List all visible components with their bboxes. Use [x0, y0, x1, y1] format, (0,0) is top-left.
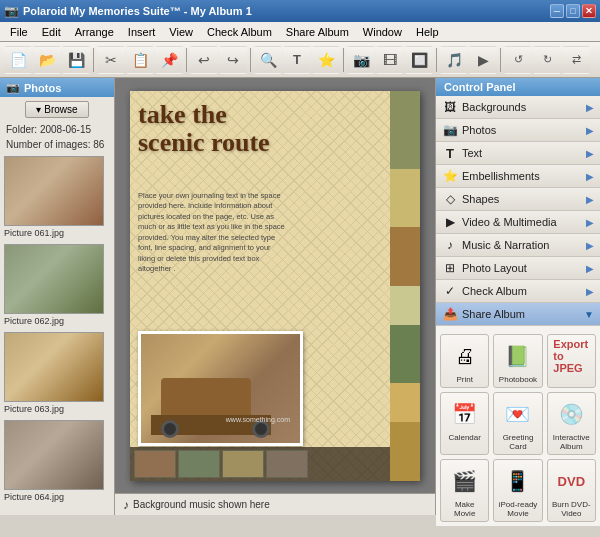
canvas-area[interactable]: take the scenic route Place your own jou…	[115, 78, 435, 493]
menu-bar: File Edit Arrange Insert View Check Albu…	[0, 22, 600, 42]
maximize-button[interactable]: □	[566, 4, 580, 18]
album-page: take the scenic route Place your own jou…	[130, 91, 420, 481]
image-count: Number of images: 86	[0, 137, 114, 152]
toolbar-save[interactable]: 💾	[62, 46, 90, 74]
list-item[interactable]: Picture 064.jpg	[4, 420, 110, 502]
app-icon: 📷	[4, 4, 19, 18]
window-controls: ─ □ ✕	[550, 4, 596, 18]
toolbar-film[interactable]: 🎞	[376, 46, 404, 74]
cp-photo-layout[interactable]: ⊞ Photo Layout ▶	[436, 257, 600, 280]
list-item[interactable]: Picture 061.jpg	[4, 156, 110, 238]
list-item[interactable]: Picture 062.jpg	[4, 244, 110, 326]
cp-embellishments[interactable]: ⭐ Embellishments ▶	[436, 165, 600, 188]
toolbar-undo[interactable]: ↩	[190, 46, 218, 74]
page-filmstrip	[130, 447, 390, 481]
make-movie-icon: 🎬	[447, 463, 483, 499]
check-album-arrow: ▶	[586, 286, 594, 297]
film-frame	[222, 450, 264, 478]
toolbar-video[interactable]: ▶	[469, 46, 497, 74]
photo-thumb-062	[4, 244, 104, 314]
jpeg-icon: Exportto JPEG	[553, 338, 589, 374]
photo-list: Picture 061.jpg Picture 062.jpg Picture …	[0, 152, 114, 515]
menu-arrange[interactable]: Arrange	[69, 24, 120, 40]
toolbar-flip[interactable]: ⇄	[562, 46, 590, 74]
toolbar-new[interactable]: 📄	[4, 46, 32, 74]
toolbar-rotate-right[interactable]: ↻	[533, 46, 561, 74]
menu-insert[interactable]: Insert	[122, 24, 162, 40]
toolbar-text[interactable]: T	[283, 46, 311, 74]
video-icon: ▶	[442, 214, 458, 230]
list-item[interactable]: Picture 063.jpg	[4, 332, 110, 414]
toolbar-embellish[interactable]: ⭐	[312, 46, 340, 74]
share-make-movie[interactable]: 🎬 Make Movie	[440, 459, 489, 522]
toolbar-paste[interactable]: 📌	[155, 46, 183, 74]
app-title: Polaroid My Memories Suite™ - My Album 1	[23, 5, 252, 17]
backgrounds-arrow: ▶	[586, 102, 594, 113]
minimize-button[interactable]: ─	[550, 4, 564, 18]
ipod-icon: 📱	[500, 463, 536, 499]
browse-button[interactable]: ▾ Browse	[25, 101, 88, 118]
toolbar-copy[interactable]: 📋	[126, 46, 154, 74]
cp-share-album[interactable]: 📤 Share Album ▼	[436, 303, 600, 326]
cp-shapes[interactable]: ◇ Shapes ▶	[436, 188, 600, 211]
photos-panel-header: 📷 Photos	[0, 78, 114, 97]
toolbar-redo[interactable]: ↪	[219, 46, 247, 74]
cp-text[interactable]: T Text ▶	[436, 142, 600, 165]
share-options-grid: 🖨 Print 📗 Photobook Exportto JPEG 📅 Cale…	[440, 334, 596, 522]
share-burn-dvd[interactable]: DVD Burn DVD-Video	[547, 459, 596, 522]
menu-file[interactable]: File	[4, 24, 34, 40]
menu-view[interactable]: View	[163, 24, 199, 40]
toolbar-rotate-left[interactable]: ↺	[504, 46, 532, 74]
calendar-label: Calendar	[448, 433, 480, 442]
text-cp-arrow: ▶	[586, 148, 594, 159]
close-button[interactable]: ✕	[582, 4, 596, 18]
cp-music[interactable]: ♪ Music & Narration ▶	[436, 234, 600, 257]
share-greeting-card[interactable]: 💌 Greeting Card	[493, 392, 542, 455]
cp-backgrounds[interactable]: 🖼 Backgrounds ▶	[436, 96, 600, 119]
ipod-label: iPod-ready Movie	[497, 500, 538, 518]
embellishments-arrow: ▶	[586, 171, 594, 182]
interactive-album-icon: 💿	[553, 396, 589, 432]
menu-help[interactable]: Help	[410, 24, 445, 40]
status-bar: ♪ Background music shown here	[115, 493, 435, 515]
share-photobook[interactable]: 📗 Photobook	[493, 334, 542, 388]
music-label: Music & Narration	[462, 239, 549, 251]
left-panel: 📷 Photos ▾ Browse Folder: 2008-06-15 Num…	[0, 78, 115, 515]
share-ipod-movie[interactable]: 📱 iPod-ready Movie	[493, 459, 542, 522]
share-export-jpeg[interactable]: Exportto JPEG	[547, 334, 596, 388]
shapes-label: Shapes	[462, 193, 499, 205]
toolbar-music[interactable]: 🎵	[440, 46, 468, 74]
cp-photos[interactable]: 📷 Photos ▶	[436, 119, 600, 142]
video-label: Video & Multimedia	[462, 216, 557, 228]
menu-edit[interactable]: Edit	[36, 24, 67, 40]
share-calendar[interactable]: 📅 Calendar	[440, 392, 489, 455]
share-album-icon: 📤	[442, 306, 458, 322]
main-photo: www.something.com	[138, 331, 303, 446]
menu-window[interactable]: Window	[357, 24, 408, 40]
toolbar-zoom[interactable]: 🔍	[254, 46, 282, 74]
menu-share-album[interactable]: Share Album	[280, 24, 355, 40]
toolbar-sep-6	[500, 48, 501, 72]
music-cp-icon: ♪	[442, 237, 458, 253]
toolbar-shape[interactable]: 🔲	[405, 46, 433, 74]
toolbar-cut[interactable]: ✂	[97, 46, 125, 74]
folder-label: Folder: 2008-06-15	[0, 122, 114, 137]
toolbar-open[interactable]: 📂	[33, 46, 61, 74]
journal-text[interactable]: Place your own journaling text in the sp…	[138, 191, 288, 275]
toolbar-sep-1	[93, 48, 94, 72]
toolbar-photo[interactable]: 📷	[347, 46, 375, 74]
print-icon: 🖨	[447, 338, 483, 374]
toolbar-sep-3	[250, 48, 251, 72]
menu-check-album[interactable]: Check Album	[201, 24, 278, 40]
cp-video[interactable]: ▶ Video & Multimedia ▶	[436, 211, 600, 234]
photo-layout-label: Photo Layout	[462, 262, 527, 274]
check-album-label: Check Album	[462, 285, 527, 297]
cp-check-album[interactable]: ✓ Check Album ▶	[436, 280, 600, 303]
photo-label-064: Picture 064.jpg	[4, 492, 110, 502]
share-print[interactable]: 🖨 Print	[440, 334, 489, 388]
center-panel: take the scenic route Place your own jou…	[115, 78, 435, 515]
share-interactive-album[interactable]: 💿 Interactive Album	[547, 392, 596, 455]
text-cp-icon: T	[442, 145, 458, 161]
stripe-panel	[390, 91, 420, 481]
photos-cp-arrow: ▶	[586, 125, 594, 136]
